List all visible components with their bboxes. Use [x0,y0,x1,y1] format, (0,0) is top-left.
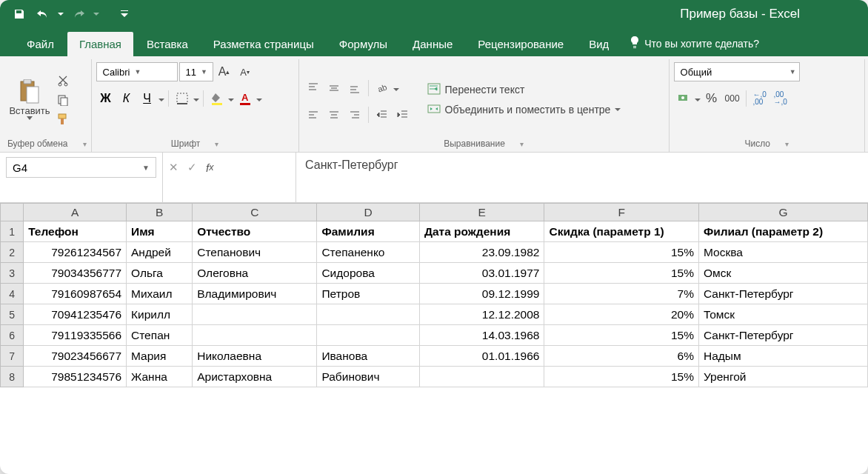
row-header[interactable]: 3 [1,263,24,284]
cell[interactable]: Петров [317,284,419,304]
tab-insert[interactable]: Вставка [135,32,200,56]
align-middle-button[interactable] [324,79,344,98]
cell[interactable]: 79119335566 [24,325,127,346]
align-center-button[interactable] [324,105,344,124]
font-size-combo[interactable]: 11 ▼ [179,62,213,81]
cell[interactable]: 79023456677 [24,346,127,367]
cell[interactable]: Надым [698,346,867,367]
cell[interactable]: Степаненко [317,242,419,263]
qat-customize-button[interactable] [114,4,135,24]
align-top-button[interactable] [304,79,323,98]
cell[interactable]: Олеговна [193,263,317,284]
tab-formulas[interactable]: Формулы [327,32,399,56]
cell[interactable]: 79034356777 [24,263,127,284]
cell[interactable]: 09.12.1999 [419,284,544,304]
enter-formula-button[interactable]: ✓ [187,157,197,178]
spreadsheet-grid[interactable]: A B C D E F G 1 Телефон Имя Отчество Фам… [0,203,868,474]
cell[interactable]: Санкт-Петербург [698,284,867,304]
tell-me-search[interactable]: Что вы хотите сделать? [622,30,767,56]
cell[interactable]: Омск [698,263,867,284]
cell[interactable]: 01.01.1966 [419,346,544,367]
borders-button[interactable] [173,89,192,108]
cell[interactable]: 79160987654 [24,284,127,304]
cell[interactable]: Санкт-Петербург [698,325,867,346]
increase-decimal-button[interactable]: ←,0,00 [750,89,769,108]
cell[interactable]: 15% [544,367,699,387]
cell[interactable] [419,367,544,387]
column-header[interactable]: D [317,204,419,221]
cell[interactable]: 7% [544,284,699,304]
orientation-button[interactable]: ab [373,79,392,98]
cell[interactable]: 20% [544,304,699,325]
cell[interactable]: Дата рождения [419,221,544,242]
tab-page-layout[interactable]: Разметка страницы [201,32,326,56]
cell[interactable]: Аристарховна [193,367,317,387]
accounting-format-button[interactable] [674,89,693,108]
cell[interactable]: Владимирович [193,284,317,304]
cell[interactable]: 15% [544,263,699,284]
cell[interactable]: Имя [127,221,193,242]
format-painter-button[interactable] [55,111,71,127]
column-header[interactable]: F [544,204,699,221]
copy-button[interactable] [55,92,71,108]
cell[interactable]: 70941235476 [24,304,127,325]
clipboard-launcher-icon[interactable]: ▾ [83,140,87,148]
fill-color-button[interactable] [207,89,227,108]
tab-data[interactable]: Данные [401,32,464,56]
column-header[interactable]: B [127,204,193,221]
row-header[interactable]: 8 [1,367,24,387]
cell[interactable]: 03.01.1977 [419,263,544,284]
decrease-font-button[interactable]: A▾ [236,62,255,81]
number-format-combo[interactable]: Общий ▼ [674,62,800,81]
cell[interactable]: Ольга [127,263,193,284]
tab-review[interactable]: Рецензирование [466,32,575,56]
cell[interactable]: Жанна [127,367,193,387]
column-header[interactable]: E [419,204,544,221]
row-header[interactable]: 7 [1,346,24,367]
undo-button[interactable] [33,4,53,24]
cell[interactable] [193,325,317,346]
redo-button[interactable] [68,4,89,24]
percent-button[interactable]: % [702,89,721,108]
cell[interactable]: 79851234576 [24,367,127,387]
cell[interactable]: Михаил [127,284,193,304]
increase-indent-button[interactable] [393,105,413,124]
underline-button[interactable]: Ч [138,89,157,108]
cell[interactable]: Рабинович [317,367,419,387]
cell[interactable]: Иванова [317,346,419,367]
cell[interactable]: 23.09.1982 [419,242,544,263]
column-header[interactable]: A [24,204,127,221]
cell[interactable]: Николаевна [193,346,317,367]
row-header[interactable]: 2 [1,242,24,263]
decrease-indent-button[interactable] [373,105,392,124]
cell[interactable]: Уренгой [698,367,867,387]
cell[interactable]: Степанович [193,242,317,263]
comma-style-button[interactable]: 000 [723,89,742,108]
tab-view[interactable]: Вид [577,32,621,56]
cell[interactable]: Мария [127,346,193,367]
align-right-button[interactable] [345,105,364,124]
undo-dropdown-icon[interactable] [56,4,65,24]
column-header[interactable]: C [193,204,317,221]
redo-dropdown-icon[interactable] [92,4,101,24]
decrease-decimal-button[interactable]: ,00→,0 [771,89,790,108]
row-header[interactable]: 4 [1,284,24,304]
increase-font-button[interactable]: A▴ [215,62,234,81]
column-header[interactable]: G [698,204,867,221]
cut-button[interactable] [55,73,71,89]
cell[interactable]: 15% [544,325,699,346]
wrap-text-button[interactable]: Перенести текст [423,81,626,99]
align-bottom-button[interactable] [345,79,364,98]
select-all-corner[interactable] [1,204,24,221]
save-button[interactable] [9,4,30,24]
number-launcher-icon[interactable]: ▾ [785,140,789,148]
fx-button[interactable]: fx [206,157,213,178]
cell[interactable] [193,304,317,325]
cell[interactable]: Андрей [127,242,193,263]
tab-home[interactable]: Главная [67,32,133,56]
cell[interactable]: Кирилл [127,304,193,325]
cell[interactable]: 14.03.1968 [419,325,544,346]
cell[interactable]: Сидорова [317,263,419,284]
cell[interactable]: Степан [127,325,193,346]
cell[interactable]: 12.12.2008 [419,304,544,325]
